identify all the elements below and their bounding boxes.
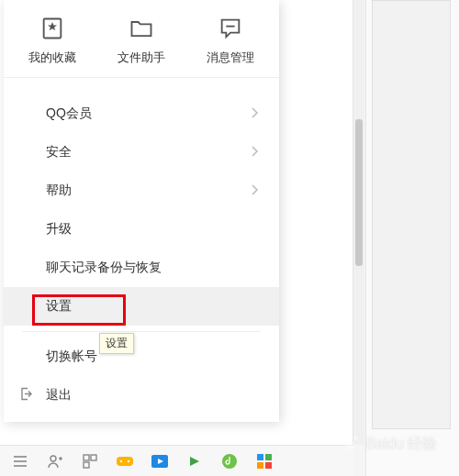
menu-item-chat-backup[interactable]: 聊天记录备份与恢复 [4,249,279,287]
add-contact-icon[interactable] [46,452,64,470]
menu-item-label: QQ会员 [46,105,92,120]
chevron-right-icon [252,145,259,160]
menu-item-qq-member[interactable]: QQ会员 [4,94,279,133]
svg-rect-19 [265,454,272,460]
menu-icon[interactable] [11,452,29,470]
file-helper-button[interactable]: 文件助手 [100,13,184,66]
menu-item-exit[interactable]: 退出 [4,376,279,415]
message-manage-label: 消息管理 [207,50,254,66]
scrollbar-thumb[interactable] [355,119,363,266]
chevron-right-icon [252,183,259,198]
right-panel [365,0,459,476]
content-placeholder [372,0,451,429]
grid-apps-icon[interactable] [255,452,274,470]
svg-rect-20 [257,462,263,469]
menu-list: QQ会员 安全 帮助 升级 聊天记录备份与恢复 设置 切换帐 [4,78,279,422]
svg-rect-11 [117,457,133,466]
apps-icon[interactable] [81,452,99,470]
chat-icon [215,13,246,44]
bottom-taskbar [0,445,353,476]
menu-item-label: 安全 [46,144,72,159]
live-icon[interactable] [151,452,169,470]
menu-item-security[interactable]: 安全 [4,133,279,172]
menu-item-label: 聊天记录备份与恢复 [46,260,162,274]
menu-item-label: 升级 [46,221,72,236]
favorites-button[interactable]: 我的收藏 [11,13,95,66]
menu-item-help[interactable]: 帮助 [4,172,279,210]
chevron-right-icon [252,106,259,121]
video-icon[interactable] [185,452,204,470]
file-helper-label: 文件助手 [118,50,165,66]
menu-item-label: 切换帐号 [46,349,97,363]
music-icon[interactable] [220,452,239,470]
folder-icon [126,13,157,44]
svg-point-5 [50,456,56,461]
menu-item-label: 退出 [46,387,72,402]
svg-rect-21 [265,462,272,469]
message-manage-button[interactable]: 消息管理 [188,13,272,66]
svg-rect-18 [257,454,263,460]
divider [22,331,261,332]
game-controller-icon[interactable] [116,452,134,470]
menu-item-settings[interactable]: 设置 [4,287,279,326]
top-action-row: 我的收藏 文件助手 消息管理 [4,0,279,78]
menu-item-label: 帮助 [46,183,72,197]
main-menu-popup: 我的收藏 文件助手 消息管理 QQ会员 [4,0,279,422]
exit-icon [18,387,33,404]
menu-item-label: 设置 [46,298,72,313]
tooltip: 设置 [99,333,134,354]
scrollbar-track[interactable] [353,0,364,445]
menu-item-upgrade[interactable]: 升级 [4,210,279,249]
favorites-label: 我的收藏 [28,50,76,66]
svg-point-13 [128,459,130,462]
svg-rect-10 [84,462,89,468]
svg-point-12 [120,459,123,462]
svg-rect-9 [91,455,96,460]
bookmark-icon [37,13,68,44]
svg-marker-16 [190,457,199,466]
svg-rect-8 [84,455,89,460]
menu-item-switch-account[interactable]: 切换帐号 [4,338,279,376]
